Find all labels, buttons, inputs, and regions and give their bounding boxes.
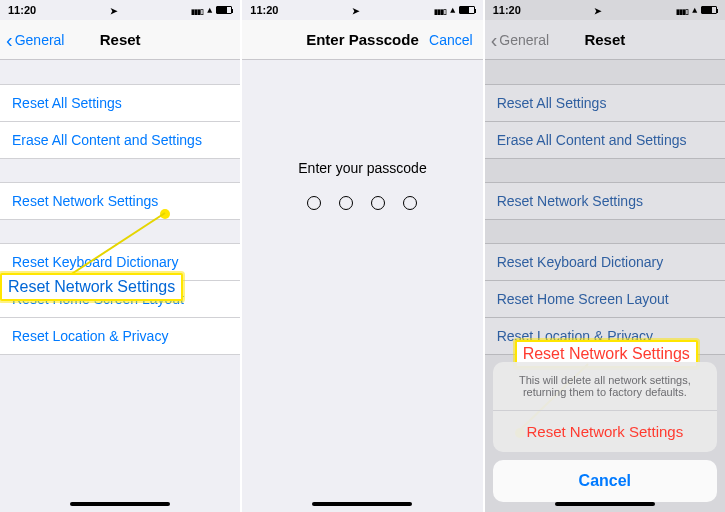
wifi-icon [450, 4, 455, 16]
battery-icon [701, 6, 717, 14]
passcode-area: Enter your passcode [242, 160, 482, 210]
row-reset-keyboard: Reset Keyboard Dictionary [485, 243, 725, 281]
back-label: General [499, 32, 549, 48]
wifi-icon [692, 4, 697, 16]
callout-reset-network: Reset Network Settings [0, 273, 183, 301]
status-icons [676, 4, 717, 16]
location-icon [110, 4, 118, 16]
home-indicator[interactable] [70, 502, 170, 506]
nav-bar: General Reset [485, 20, 725, 60]
back-button[interactable]: General [6, 20, 64, 59]
home-indicator[interactable] [312, 502, 412, 506]
pointer-line [60, 210, 170, 280]
signal-icon [191, 4, 203, 16]
signal-icon [676, 4, 688, 16]
battery-icon [459, 6, 475, 14]
action-sheet: This will delete all network settings, r… [493, 362, 717, 502]
row-reset-home: Reset Home Screen Layout [485, 280, 725, 318]
nav-title: Reset [100, 31, 141, 48]
action-cancel[interactable]: Cancel [493, 460, 717, 502]
chevron-left-icon [491, 30, 498, 50]
row-erase-all: Erase All Content and Settings [485, 121, 725, 159]
status-time: 11:20 [8, 4, 36, 16]
row-reset-network: Reset Network Settings [485, 182, 725, 220]
location-icon [594, 4, 602, 16]
status-bar: 11:20 [242, 0, 482, 20]
row-erase-all[interactable]: Erase All Content and Settings [0, 121, 240, 159]
action-reset-network[interactable]: Reset Network Settings [493, 411, 717, 452]
action-sheet-message: This will delete all network settings, r… [493, 362, 717, 411]
passcode-dot [403, 196, 417, 210]
row-reset-all: Reset All Settings [485, 84, 725, 122]
wifi-icon [207, 4, 212, 16]
action-sheet-group: This will delete all network settings, r… [493, 362, 717, 452]
nav-title: Reset [584, 31, 625, 48]
back-label: General [15, 32, 65, 48]
status-time: 11:20 [250, 4, 278, 16]
status-bar: 11:20 [0, 0, 240, 20]
location-icon [352, 4, 360, 16]
passcode-dots[interactable] [307, 196, 417, 210]
screen-reset-list: 11:20 General Reset Reset All Settings E… [0, 0, 240, 512]
screen-action-sheet: 11:20 General Reset Reset All Settings E… [485, 0, 725, 512]
nav-title: Enter Passcode [306, 31, 419, 48]
row-reset-all[interactable]: Reset All Settings [0, 84, 240, 122]
status-icons [434, 4, 475, 16]
passcode-dot [339, 196, 353, 210]
back-button: General [491, 20, 549, 59]
svg-line-0 [70, 213, 165, 275]
nav-bar: General Reset [0, 20, 240, 60]
signal-icon [434, 4, 446, 16]
cancel-button[interactable]: Cancel [429, 20, 473, 59]
home-indicator[interactable] [555, 502, 655, 506]
status-time: 11:20 [493, 4, 521, 16]
row-reset-location[interactable]: Reset Location & Privacy [0, 317, 240, 355]
passcode-dot [307, 196, 321, 210]
chevron-left-icon [6, 30, 13, 50]
passcode-prompt: Enter your passcode [298, 160, 426, 176]
screen-passcode: 11:20 Enter Passcode Cancel Enter your p… [242, 0, 482, 512]
nav-bar: Enter Passcode Cancel [242, 20, 482, 60]
battery-icon [216, 6, 232, 14]
passcode-dot [371, 196, 385, 210]
status-icons [191, 4, 232, 16]
status-bar: 11:20 [485, 0, 725, 20]
